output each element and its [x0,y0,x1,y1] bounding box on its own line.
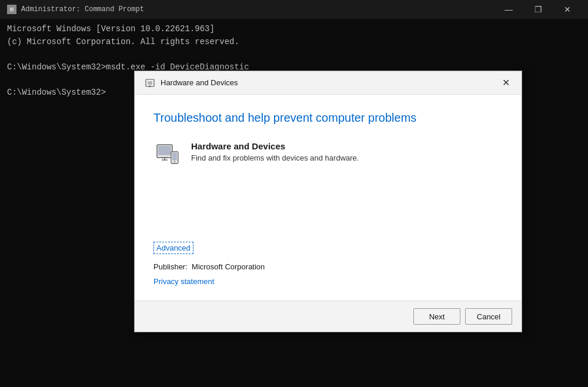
next-button[interactable]: Next [413,308,460,325]
dialog-publisher: Publisher: Microsoft Corporation [153,262,503,271]
svg-rect-10 [172,153,177,161]
item-name: Hardware and Devices [191,141,359,151]
item-description: Find and fix problems with devices and h… [191,154,359,162]
dialog-title-text: Hardware and Devices [161,78,238,87]
dialog-main-title: Troubleshoot and help prevent computer p… [153,111,503,125]
dialog-advanced: Advanced [153,242,503,253]
hardware-icon [153,141,182,169]
troubleshooter-item: Hardware and Devices Find and fix proble… [153,141,503,169]
dialog-body: Troubleshoot and help prevent computer p… [135,95,522,301]
svg-rect-5 [158,146,171,155]
privacy-link[interactable]: Privacy statement [153,277,214,286]
cancel-button[interactable]: Cancel [465,308,512,325]
svg-point-11 [174,161,175,162]
svg-rect-1 [148,81,152,85]
publisher-label: Publisher: [153,262,188,271]
dialog-title-left: Hardware and Devices [144,77,238,89]
dialog-spacer [153,184,503,242]
dialog-title-icon [144,77,156,89]
dialog-titlebar: Hardware and Devices ✕ [135,71,522,95]
troubleshooter-text: Hardware and Devices Find and fix proble… [191,141,359,162]
hardware-devices-dialog: Hardware and Devices ✕ Troubleshoot and … [134,71,522,332]
dialog-close-btn[interactable]: ✕ [497,74,514,92]
dialog-footer: Next Cancel [135,301,522,332]
publisher-name: Microsoft Corporation [192,262,265,271]
dialog-overlay: Hardware and Devices ✕ Troubleshoot and … [0,0,588,387]
advanced-link[interactable]: Advanced [153,242,193,254]
